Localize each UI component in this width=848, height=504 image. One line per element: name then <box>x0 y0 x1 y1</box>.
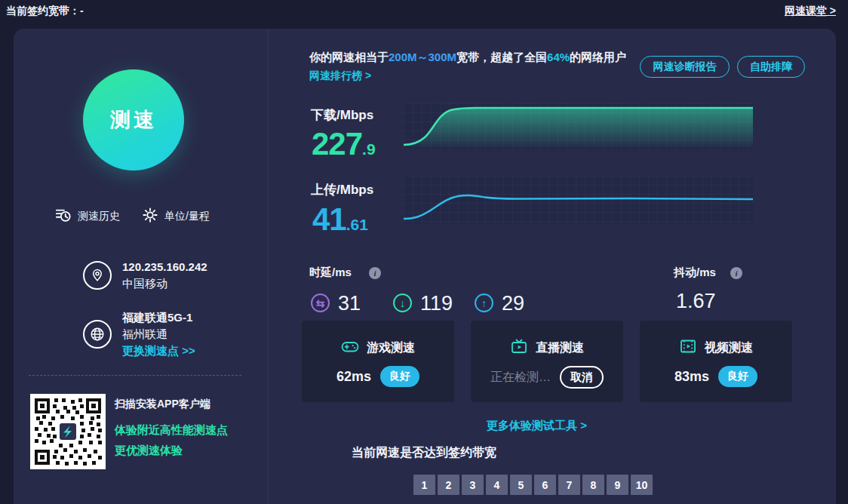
page-button-6[interactable]: 6 <box>534 475 556 495</box>
more-tools-link[interactable]: 更多体验测试工具 > <box>487 419 587 433</box>
download-value-dec: .9 <box>362 140 376 158</box>
upload-value: 41.61 <box>312 204 368 235</box>
result-summary: 你的网速相当于200M～300M宽带，超越了全国64%的网络用户 <box>309 51 626 65</box>
speed-class-link[interactable]: 网速课堂 > <box>785 5 836 18</box>
game-test-card[interactable]: 游戏测速 62ms 良好 <box>302 321 454 402</box>
cancel-button[interactable]: 取消 <box>560 366 604 389</box>
ping-value: 31 <box>338 292 361 315</box>
page-button-4[interactable]: 4 <box>486 475 508 495</box>
speed-ranking-link[interactable]: 网速排行榜 > <box>309 69 371 83</box>
unit-range-label: 单位/量程 <box>164 210 210 223</box>
game-test-title: 游戏测速 <box>367 340 415 356</box>
game-test-badge: 良好 <box>380 366 419 387</box>
page-button-7[interactable]: 7 <box>558 475 580 495</box>
film-icon <box>679 337 697 358</box>
live-test-status: 正在检测… <box>490 370 551 386</box>
upload-latency-icon: ↑ <box>475 293 493 312</box>
pagination: 1 2 3 4 5 6 7 8 9 10 <box>413 475 653 495</box>
globe-icon <box>83 320 112 349</box>
video-test-card[interactable]: 视频测速 83ms 良好 <box>640 321 792 402</box>
test-history-item[interactable]: 测速历史 <box>55 207 120 226</box>
self-troubleshoot-button[interactable]: 自助排障 <box>737 56 805 78</box>
qr-promo-line1: 体验附近高性能测速点 <box>115 423 228 438</box>
change-server-link[interactable]: 更换测速点 >> <box>122 343 195 359</box>
current-broadband-label: 当前签约宽带：- <box>6 5 84 18</box>
download-speed-chart <box>404 103 753 149</box>
sidebar-divider <box>268 29 269 504</box>
server-block: 福建联通5G-1 福州联通 更换测速点 >> <box>83 309 195 359</box>
download-value-int: 227 <box>312 126 362 161</box>
video-test-title: 视频测速 <box>705 340 753 356</box>
live-test-card[interactable]: 直播测速 正在检测… 取消 <box>471 321 623 402</box>
qr-caption: 扫描安装APP客户端 <box>115 398 210 411</box>
upload-value-dec: .61 <box>346 216 368 233</box>
unit-range-item[interactable]: 单位/量程 <box>142 207 210 226</box>
gear-icon <box>142 207 158 226</box>
jitter-info-icon[interactable]: i <box>730 267 742 279</box>
ping-icon: ⇆ <box>311 293 330 312</box>
upload-value-int: 41 <box>312 201 346 237</box>
location-pin-icon <box>83 261 112 290</box>
ip-block: 120.235.160.242 中国移动 <box>83 259 207 292</box>
page-button-8[interactable]: 8 <box>582 475 604 495</box>
history-icon <box>55 207 72 226</box>
download-latency-icon: ↓ <box>393 293 412 312</box>
page-button-9[interactable]: 9 <box>607 475 628 495</box>
sidebar-section-divider <box>29 375 241 376</box>
jitter-value: 1.67 <box>676 290 716 313</box>
page-button-5[interactable]: 5 <box>510 475 532 495</box>
test-history-label: 测速历史 <box>78 210 120 223</box>
jitter-label: 抖动/ms <box>674 266 716 280</box>
download-value: 227.9 <box>312 128 376 160</box>
page-button-1[interactable]: 1 <box>413 475 435 495</box>
isp-name: 中国移动 <box>122 275 207 292</box>
latency-info-icon[interactable]: i <box>369 267 381 279</box>
download-label: 下载/Mbps <box>311 106 373 124</box>
page-button-3[interactable]: 3 <box>462 475 484 495</box>
download-latency-value: 119 <box>420 292 453 315</box>
summary-text-3: 的网络用户 <box>570 51 626 63</box>
upload-label: 上传/Mbps <box>311 181 373 198</box>
page-button-10[interactable]: 10 <box>631 475 653 495</box>
server-name: 福建联通5G-1 <box>122 309 195 326</box>
server-location: 福州联通 <box>122 326 195 343</box>
start-test-button[interactable]: 测速 <box>83 69 184 171</box>
summary-text-2: 宽带，超越了全国 <box>456 51 547 63</box>
diagnosis-report-button[interactable]: 网速诊断报告 <box>640 56 730 78</box>
tv-icon <box>510 337 528 358</box>
latency-label: 时延/ms <box>309 266 352 280</box>
summary-text-1: 你的网速相当于 <box>309 51 389 63</box>
ip-address: 120.235.160.242 <box>122 259 207 275</box>
beat-percent: 64% <box>547 51 570 63</box>
upload-speed-chart <box>404 176 753 224</box>
bandwidth-question: 当前网速是否达到签约带宽 <box>0 445 848 461</box>
bandwidth-range: 200M～300M <box>389 51 456 63</box>
upload-latency-value: 29 <box>502 292 524 315</box>
video-test-badge: 良好 <box>718 366 757 387</box>
video-test-result: 83ms <box>674 369 709 385</box>
speedtest-app: 当前签约宽带：- 网速课堂 > 测速 测速历史 单位/量程 <box>0 0 848 504</box>
page-button-2[interactable]: 2 <box>438 475 459 495</box>
game-test-result: 62ms <box>336 369 371 385</box>
gamepad-icon <box>341 337 359 358</box>
live-test-title: 直播测速 <box>536 340 584 356</box>
